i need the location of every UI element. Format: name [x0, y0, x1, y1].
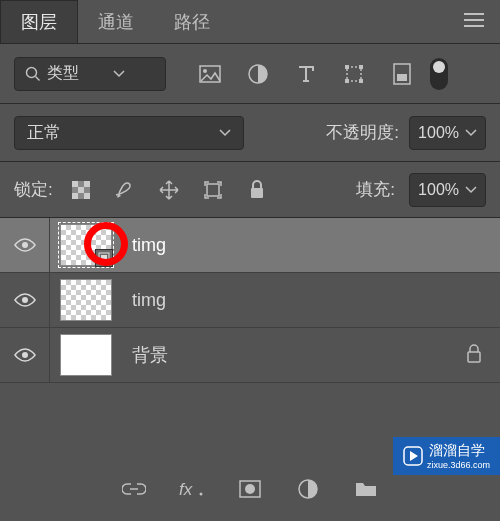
layer-row[interactable]: 背景 [0, 328, 500, 383]
svg-point-2 [203, 69, 207, 73]
layers-list: timg timg 背景 [0, 218, 500, 383]
chevron-down-icon [219, 129, 231, 137]
filter-type-select[interactable] [14, 57, 166, 91]
svg-rect-13 [84, 181, 90, 187]
filter-pixel-icon[interactable] [196, 60, 224, 88]
layer-name[interactable]: timg [132, 235, 166, 256]
visibility-toggle[interactable] [0, 273, 50, 327]
layer-thumbnail[interactable] [60, 279, 112, 321]
lock-artboard-icon[interactable] [199, 176, 227, 204]
chevron-down-icon [465, 129, 477, 137]
tab-layers[interactable]: 图层 [0, 0, 78, 43]
layer-thumbnail[interactable] [60, 224, 112, 266]
eye-icon [13, 292, 37, 308]
watermark-url: zixue.3d66.com [427, 460, 490, 470]
fill-value: 100% [418, 181, 459, 199]
filter-shape-icon[interactable] [340, 60, 368, 88]
svg-point-0 [27, 67, 37, 77]
svg-point-19 [22, 242, 28, 248]
layer-name[interactable]: 背景 [132, 343, 168, 367]
svg-rect-12 [72, 181, 78, 187]
eye-icon [13, 237, 37, 253]
layer-row[interactable]: timg [0, 218, 500, 273]
svg-rect-15 [72, 193, 78, 199]
svg-point-22 [22, 297, 28, 303]
lock-pixels-icon[interactable] [111, 176, 139, 204]
fill-label: 填充: [356, 178, 395, 201]
svg-point-23 [22, 352, 28, 358]
svg-rect-8 [359, 79, 363, 83]
svg-point-27 [200, 493, 203, 496]
lock-icon [466, 344, 482, 367]
link-layers-icon[interactable] [120, 475, 148, 503]
filter-type-icon[interactable] [292, 60, 320, 88]
svg-rect-17 [207, 184, 219, 196]
layer-name[interactable]: timg [132, 290, 166, 311]
svg-rect-4 [347, 67, 361, 81]
svg-rect-5 [345, 65, 349, 69]
search-icon [25, 66, 41, 82]
filter-smart-icon[interactable] [388, 60, 416, 88]
eye-icon [13, 347, 37, 363]
svg-rect-7 [345, 79, 349, 83]
svg-point-29 [245, 484, 255, 494]
filter-input[interactable] [47, 65, 107, 83]
lock-all-icon[interactable] [243, 176, 271, 204]
svg-rect-10 [397, 74, 407, 81]
adjustment-layer-icon[interactable] [294, 475, 322, 503]
smart-object-icon [95, 249, 113, 267]
visibility-toggle[interactable] [0, 328, 50, 382]
blend-mode-value: 正常 [27, 121, 61, 144]
svg-rect-6 [359, 65, 363, 69]
layer-row[interactable]: timg [0, 273, 500, 328]
panel-menu-icon[interactable] [448, 13, 500, 30]
svg-rect-24 [468, 352, 480, 362]
visibility-toggle[interactable] [0, 218, 50, 272]
lock-position-icon[interactable] [155, 176, 183, 204]
watermark-brand: 溜溜自学 [429, 442, 485, 460]
opacity-value: 100% [418, 124, 459, 142]
fill-input[interactable]: 100% [409, 173, 486, 207]
layer-thumbnail[interactable] [60, 334, 112, 376]
blend-mode-select[interactable]: 正常 [14, 116, 244, 150]
svg-rect-21 [101, 255, 107, 261]
svg-rect-18 [251, 188, 263, 198]
filter-adjustment-icon[interactable] [244, 60, 272, 88]
play-icon [403, 446, 423, 466]
tab-paths[interactable]: 路径 [154, 0, 230, 43]
group-icon[interactable] [352, 475, 380, 503]
chevron-down-icon [113, 70, 125, 78]
opacity-input[interactable]: 100% [409, 116, 486, 150]
watermark: 溜溜自学 zixue.3d66.com [393, 437, 500, 475]
svg-rect-14 [78, 187, 84, 193]
layer-mask-icon[interactable] [236, 475, 264, 503]
filter-toggle[interactable] [430, 58, 448, 90]
chevron-down-icon [465, 186, 477, 194]
svg-text:fx: fx [179, 480, 193, 498]
lock-label: 锁定: [14, 178, 53, 201]
svg-rect-16 [84, 193, 90, 199]
lock-transparency-icon[interactable] [67, 176, 95, 204]
tab-channels[interactable]: 通道 [78, 0, 154, 43]
layer-style-icon[interactable]: fx [178, 475, 206, 503]
opacity-label: 不透明度: [326, 121, 399, 144]
